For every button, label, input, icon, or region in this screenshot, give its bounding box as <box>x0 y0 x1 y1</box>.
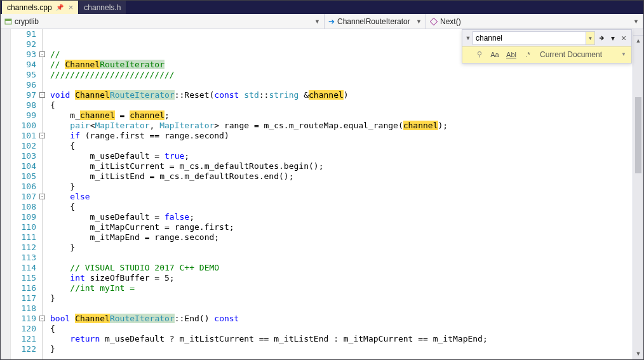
line-number: 104 <box>11 161 36 171</box>
code-line[interactable]: m_itListEnd = m_cs.m_defaultRoutes.end()… <box>50 171 633 182</box>
fold-toggle-icon[interactable]: - <box>39 133 45 138</box>
code-line[interactable]: ///////////////////////// <box>50 70 633 80</box>
type-dropdown[interactable]: ➔ ChannelRouteIterator ▼ <box>325 14 426 29</box>
fold-toggle-icon[interactable]: - <box>39 51 45 57</box>
close-find-icon[interactable]: × <box>617 31 630 45</box>
code-line[interactable]: } <box>50 182 633 192</box>
find-input[interactable] <box>473 31 586 45</box>
line-number: 106 <box>11 182 36 192</box>
method-icon <box>430 18 438 25</box>
code-line[interactable]: } <box>50 293 633 303</box>
find-panel: ▼ ▼ ▾ × ⚲ Aa Abl .* Current Document ▼ <box>462 29 632 63</box>
type-name: ChannelRouteIterator <box>337 17 410 26</box>
member-dropdown[interactable]: Next() ▼ <box>426 14 643 29</box>
project-name: cryptlib <box>15 17 39 26</box>
find-row-options: ⚲ Aa Abl .* Current Document ▼ <box>462 46 631 63</box>
line-number: 91 <box>11 29 36 39</box>
tab-label: channels.cpp <box>7 3 52 12</box>
code-line[interactable]: { <box>50 202 633 212</box>
line-number: 118 <box>11 303 36 314</box>
code-line[interactable]: } <box>50 344 633 354</box>
svg-rect-2 <box>430 18 437 25</box>
code-area[interactable]: //// ChannelRouteIterator///////////////… <box>48 29 633 359</box>
code-line[interactable]: { <box>50 100 633 110</box>
code-line[interactable]: { <box>50 141 633 151</box>
navigation-bar: cryptlib ▼ ➔ ChannelRouteIterator ▼ Next… <box>1 14 643 29</box>
code-line[interactable]: int sizeOfBuffer = 5; <box>50 273 633 283</box>
member-name: Next() <box>440 17 461 26</box>
regex-option[interactable]: .* <box>521 48 535 61</box>
code-line[interactable]: else <box>50 192 633 202</box>
project-dropdown[interactable]: cryptlib ▼ <box>1 14 325 29</box>
tab-active[interactable]: channels.cpp 📌 × <box>2 1 79 14</box>
line-number: 99 <box>11 110 36 121</box>
pin-find-icon[interactable]: ⚲ <box>474 50 485 58</box>
line-number: 115 <box>11 273 36 283</box>
fold-toggle-icon[interactable]: - <box>39 316 45 321</box>
code-line[interactable]: m_itListCurrent = m_cs.m_defaultRoutes.b… <box>50 161 633 171</box>
editor: 9192939495969798991001011021031041051061… <box>1 29 643 359</box>
fold-toggle-icon[interactable]: - <box>39 92 45 98</box>
line-number: 97 <box>11 90 36 100</box>
line-number: 102 <box>11 141 36 151</box>
code-line[interactable]: } <box>50 243 633 253</box>
code-line[interactable]: m_useDefault = true; <box>50 151 633 161</box>
code-line[interactable]: m_itMapEnd = range.second; <box>50 232 633 243</box>
code-line[interactable]: m_itMapCurrent = range.first; <box>50 222 633 232</box>
expand-replace-icon[interactable]: ▼ <box>464 35 473 41</box>
split-handle-icon[interactable] <box>633 29 643 36</box>
code-line[interactable]: // VISUAL STUDIO 2017 C++ DEMO <box>50 263 633 273</box>
line-number: 100 <box>11 121 36 131</box>
code-line[interactable]: { <box>50 324 633 334</box>
find-scope-label: Current Document <box>540 50 602 59</box>
line-number-gutter: 9192939495969798991001011021031041051061… <box>11 29 39 359</box>
find-previous-icon[interactable]: ▾ <box>609 31 617 45</box>
breakpoint-margin[interactable] <box>1 29 11 359</box>
code-line[interactable]: pair<MapIterator, MapIterator> range = m… <box>50 121 633 131</box>
scrollbar-thumb[interactable] <box>635 97 641 173</box>
line-number: 95 <box>11 70 36 80</box>
line-number: 119 <box>11 314 36 324</box>
code-line[interactable] <box>50 80 633 90</box>
find-scope-dropdown[interactable]: Current Document ▼ <box>537 48 629 61</box>
line-number: 98 <box>11 100 36 110</box>
whole-word-option[interactable]: Abl <box>504 48 518 61</box>
scrollbar-track[interactable] <box>633 46 643 349</box>
line-number: 113 <box>11 253 36 263</box>
match-case-option[interactable]: Aa <box>488 48 502 61</box>
line-number: 122 <box>11 344 36 354</box>
code-line[interactable]: bool ChannelRouteIterator::End() const <box>50 314 633 324</box>
close-icon[interactable]: × <box>69 3 74 12</box>
scroll-down-icon[interactable]: ▼ <box>633 349 643 359</box>
vertical-scrollbar[interactable]: ▲ ▼ <box>633 29 643 359</box>
tab-label: channels.h <box>84 3 121 12</box>
code-line[interactable]: m_channel = channel; <box>50 110 633 121</box>
line-number: 103 <box>11 151 36 161</box>
pin-icon[interactable]: 📌 <box>56 4 64 11</box>
svg-rect-1 <box>5 19 11 21</box>
code-line[interactable]: if (range.first == range.second) <box>50 131 633 141</box>
find-history-dropdown[interactable]: ▼ <box>586 31 595 45</box>
fold-toggle-icon[interactable]: - <box>39 194 45 199</box>
line-number: 108 <box>11 202 36 212</box>
line-number: 120 <box>11 324 36 334</box>
code-line[interactable]: void ChannelRouteIterator::Reset(const s… <box>50 90 633 100</box>
right-arrow-icon: ➔ <box>328 17 335 26</box>
line-number: 107 <box>11 192 36 202</box>
chevron-down-icon: ▼ <box>411 18 422 25</box>
code-line[interactable]: m_useDefault = false; <box>50 212 633 222</box>
find-next-icon[interactable] <box>596 31 608 45</box>
chevron-down-icon: ▼ <box>628 18 639 25</box>
line-number: 112 <box>11 243 36 253</box>
line-number: 117 <box>11 293 36 303</box>
code-line[interactable] <box>50 303 633 314</box>
code-line[interactable] <box>50 253 633 263</box>
code-line[interactable]: //int myInt = <box>50 283 633 293</box>
scroll-up-icon[interactable]: ▲ <box>633 36 643 46</box>
tab-other[interactable]: channels.h <box>79 1 126 14</box>
outlining-margin[interactable]: ----- <box>39 29 48 359</box>
code-line[interactable]: return m_useDefault ? m_itListCurrent ==… <box>50 334 633 344</box>
find-row-input: ▼ ▼ ▾ × <box>462 30 631 46</box>
line-number: 114 <box>11 263 36 273</box>
line-number: 101 <box>11 131 36 141</box>
